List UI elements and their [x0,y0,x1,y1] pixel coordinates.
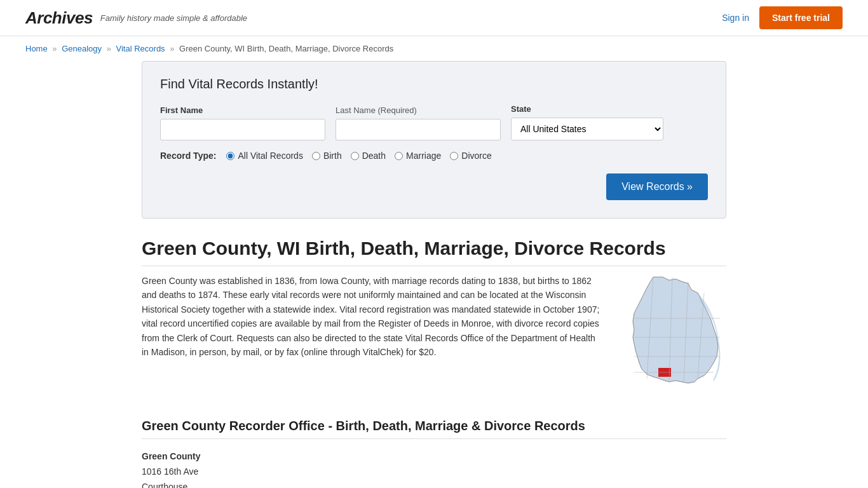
start-trial-button[interactable]: Start free trial [759,6,843,29]
radio-all-vital-input[interactable] [226,152,234,160]
radio-divorce[interactable]: Divorce [450,151,491,161]
record-type-row: Record Type: All Vital Records Birth Dea… [160,151,708,161]
header-right: Sign in Start free trial [722,6,843,29]
breadcrumb-home[interactable]: Home [25,44,48,53]
first-name-input[interactable] [160,119,325,140]
search-box: Find Vital Records Instantly! First Name… [142,61,726,219]
street-address: 1016 16th Ave [142,464,726,480]
breadcrumb-sep-2: » [107,44,111,53]
radio-all-vital[interactable]: All Vital Records [226,151,302,161]
breadcrumb-genealogy[interactable]: Genealogy [62,44,102,53]
first-name-group: First Name [160,105,325,140]
radio-divorce-label: Divorce [461,151,491,161]
county-name: Green County [142,449,726,464]
state-select[interactable]: All United States Alabama Alaska Wiscons… [511,118,663,140]
state-label: State [511,104,663,114]
radio-death-label: Death [362,151,386,161]
view-records-button[interactable]: View Records » [606,173,708,200]
header-tagline: Family history made simple & affordable [100,13,247,23]
record-type-label: Record Type: [160,151,216,161]
radio-all-vital-label: All Vital Records [238,151,302,161]
breadcrumb-vital-records[interactable]: Vital Records [116,44,165,53]
svg-marker-0 [633,277,718,383]
radio-divorce-input[interactable] [450,152,458,160]
main-content: Find Vital Records Instantly! First Name… [129,61,739,488]
page-description: Green County was established in 1836, fr… [142,274,600,401]
breadcrumb-sep-3: » [170,44,174,53]
state-group: State All United States Alabama Alaska W… [511,104,663,140]
logo: Archives [25,8,93,28]
first-name-label: First Name [160,105,325,115]
breadcrumb: Home » Genealogy » Vital Records » Green… [0,36,868,61]
radio-marriage-input[interactable] [395,152,403,160]
wi-map [615,274,726,401]
radio-death[interactable]: Death [351,151,386,161]
content-with-map: Green County was established in 1836, fr… [142,274,726,401]
sign-in-link[interactable]: Sign in [722,13,749,23]
radio-marriage-label: Marriage [406,151,441,161]
last-name-input[interactable] [336,119,501,140]
radio-birth[interactable]: Birth [312,151,342,161]
breadcrumb-current: Green County, WI Birth, Death, Marriage,… [179,44,393,53]
breadcrumb-sep-1: » [52,44,57,53]
radio-birth-label: Birth [323,151,342,161]
recorder-title: Green County Recorder Office - Birth, De… [142,419,726,439]
radio-birth-input[interactable] [312,152,320,160]
radio-death-input[interactable] [351,152,359,160]
building: Courthouse [142,480,726,488]
radio-marriage[interactable]: Marriage [395,151,441,161]
address-block: Green County 1016 16th Ave Courthouse Mo… [142,449,726,488]
header-left: Archives Family history made simple & af… [25,8,247,28]
search-fields: First Name Last Name (Required) State Al… [160,104,708,140]
page-title: Green County, WI Birth, Death, Marriage,… [142,238,726,266]
last-name-label: Last Name (Required) [336,105,501,115]
header: Archives Family history made simple & af… [0,0,868,36]
search-title: Find Vital Records Instantly! [160,77,708,92]
radio-group: All Vital Records Birth Death Marriage D… [226,151,491,161]
last-name-group: Last Name (Required) [336,105,501,140]
